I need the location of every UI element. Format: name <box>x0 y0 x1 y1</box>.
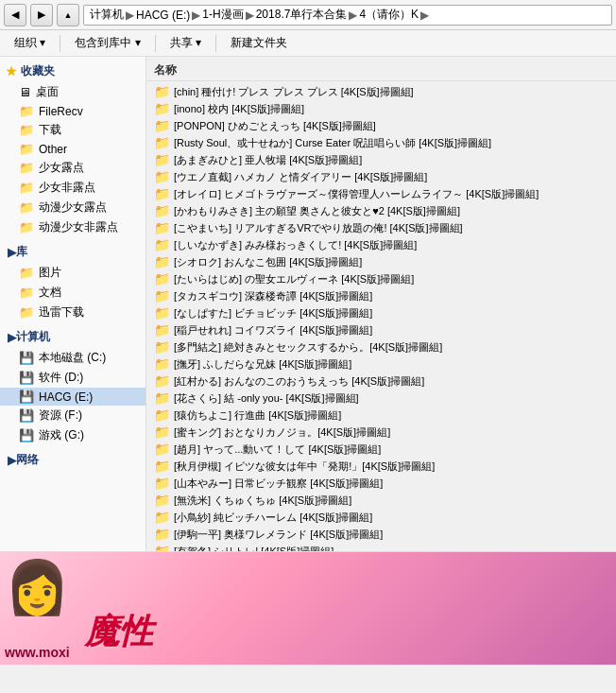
file-item[interactable]: 📁[花さくら] 結 -only you- [4K[S版]掃圖組] <box>146 390 616 407</box>
folder-icon: 📁 <box>154 135 170 150</box>
file-item[interactable]: 📁[趙月] ヤって...動いて！して [4K[S版]掃圖組] <box>146 441 616 458</box>
folder-icon: 📁 <box>154 237 170 252</box>
shaonv-icon: 📁 <box>19 161 34 175</box>
file-item[interactable]: 📁[猿仿ちよこ] 行進曲 [4K[S版]掃圖組] <box>146 407 616 424</box>
sidebar-item-dongman[interactable]: 📁 动漫少女露点 <box>0 198 145 217</box>
sidebar-item-shaonv[interactable]: 📁 少女露点 <box>0 158 145 178</box>
file-item[interactable]: 📁[chin] 種付け! プレス プレス プレス [4K[S版]掃圖組] <box>146 83 616 100</box>
file-item[interactable]: 📁[小鳥紗] 純ビッチハーレム [4K[S版]掃圖組] <box>146 509 616 526</box>
new-folder-button[interactable]: 新建文件夹 <box>222 33 296 54</box>
sidebar-item-download[interactable]: 📁 下载 <box>0 120 145 140</box>
file-item[interactable]: 📁[しいなかずき] みみ様おっきくして! [4K[S版]掃圖組] <box>146 236 616 253</box>
file-name: [タカスギコウ] 深森楼奇譚 [4K[S版]掃圖組] <box>174 289 372 303</box>
sidebar-item-desktop[interactable]: 🖥 桌面 <box>0 82 145 102</box>
file-name: [猿仿ちよこ] 行進曲 [4K[S版]掃圖組] <box>174 408 341 423</box>
file-item[interactable]: 📁[タカスギコウ] 深森楼奇譚 [4K[S版]掃圖組] <box>146 287 616 304</box>
toolbar-divider-2 <box>155 35 156 52</box>
file-name: [Rusty Soul、或十せねか] Curse Eater 呪詛唱らい師 [4… <box>174 136 491 150</box>
file-item[interactable]: 📁[あまぎみひと] 亜人牧場 [4K[S版]掃圖組] <box>146 151 616 168</box>
library-arrow-icon: ▶ <box>8 246 16 259</box>
folder-icon: 📁 <box>154 527 170 542</box>
dongmanfei-icon: 📁 <box>19 220 34 234</box>
share-button[interactable]: 共享 ▾ <box>162 33 210 54</box>
file-item[interactable]: 📁[稲戸せれれ] コイワズライ [4K[S版]掃圖組] <box>146 321 616 338</box>
file-item[interactable]: 📁[たいらはじめ] の聖女エルヴィーネ [4K[S版]掃圖組] <box>146 270 616 287</box>
sidebar-item-picture[interactable]: 📁 图片 <box>0 263 145 283</box>
file-name: [あまぎみひと] 亜人牧場 [4K[S版]掃圖組] <box>174 153 362 167</box>
sidebar-item-game-g[interactable]: 💾 游戏 (G:) <box>0 425 145 445</box>
file-item[interactable]: 📁[有賀冬] シリトレ! [4K[S版]掃圖組] <box>146 543 616 551</box>
file-item[interactable]: 📁[こやまいち] リアルすぎるVRでやり放題の俺! [4K[S版]掃圖組] <box>146 219 616 236</box>
file-item[interactable]: 📁[かわもりみさき] 主の願望 奥さんと彼女と♥2 [4K[S版]掃圖組] <box>146 202 616 219</box>
file-item[interactable]: 📁[PONPON] ひめごとえっち [4K[S版]掃圖組] <box>146 117 616 134</box>
picture-icon: 📁 <box>19 266 34 280</box>
sidebar-item-shaonvfei[interactable]: 📁 少女非露点 <box>0 178 145 198</box>
xunlei-label: 迅雷下载 <box>39 304 84 321</box>
path-manga: 1-H漫画 <box>202 7 243 23</box>
file-item[interactable]: 📁[オレイロ] ヒメゴトラヴァーズ～僕得管理人ハーレムライフ～ [4K[S版]掃… <box>146 185 616 202</box>
file-item[interactable]: 📁[撫牙] ふしだらな兄妹 [4K[S版]掃圖組] <box>146 355 616 372</box>
network-section: ▶ 网络 <box>0 449 145 471</box>
library-section: ▶ 库 📁 图片 📁 文档 📁 迅雷下载 <box>0 241 145 322</box>
file-item[interactable]: 📁[inono] 校内 [4K[S版]掃圖組] <box>146 100 616 117</box>
sidebar-item-other[interactable]: 📁 Other <box>0 140 145 158</box>
game-g-label: 游戏 (G:) <box>39 427 84 443</box>
file-item[interactable]: 📁[山本やみー] 日常ビッチ観察 [4K[S版]掃圖組] <box>146 475 616 492</box>
drive-g-icon: 💾 <box>19 428 34 442</box>
organize-button[interactable]: 组织 ▾ <box>6 33 54 54</box>
sidebar-item-local-c[interactable]: 💾 本地磁盘 (C:) <box>0 348 145 368</box>
file-item[interactable]: 📁[秋月伊槻] イビツな彼女は年中「発期!」[4K[S版]掃圖組] <box>146 458 616 475</box>
file-item[interactable]: 📁[シオロク] おんなこ包囲 [4K[S版]掃圖組] <box>146 253 616 270</box>
sidebar-item-soft-d[interactable]: 💾 软件 (D:) <box>0 368 145 388</box>
file-item[interactable]: 📁[ウエノ直截] ハメカノ と情ダイアリー [4K[S版]掃圖組] <box>146 168 616 185</box>
file-items-container: 📁[chin] 種付け! プレス プレス プレス [4K[S版]掃圖組]📁[in… <box>146 83 616 551</box>
network-header[interactable]: ▶ 网络 <box>0 449 145 471</box>
file-name: [かわもりみさき] 主の願望 奥さんと彼女と♥2 [4K[S版]掃圖組] <box>174 204 460 218</box>
hacg-e-label: HACG (E:) <box>39 390 93 404</box>
file-name: [しいなかずき] みみ様おっきくして! [4K[S版]掃圖組] <box>174 238 417 252</box>
filerecv-icon: 📁 <box>19 104 34 118</box>
favorites-header[interactable]: ★ 收藏夹 <box>0 61 145 82</box>
favorites-label: 收藏夹 <box>21 63 55 79</box>
folder-icon: 📁 <box>154 493 170 508</box>
file-item[interactable]: 📁[蜜キング] おとなりカノジョ。[4K[S版]掃圖組] <box>146 424 616 441</box>
sidebar-item-resource-f[interactable]: 💾 资源 (F:) <box>0 406 145 425</box>
file-item[interactable]: 📁[無洗米] くちゅくちゅ [4K[S版]掃圖組] <box>146 492 616 509</box>
computer-section: ▶ 计算机 💾 本地磁盘 (C:) 💾 软件 (D:) 💾 HACG (E:) … <box>0 326 145 445</box>
network-arrow-icon: ▶ <box>8 454 16 467</box>
address-path[interactable]: 计算机 ▶ HACG (E:) ▶ 1-H漫画 ▶ 2018.7单行本合集 ▶ … <box>83 5 612 26</box>
folder-icon: 📁 <box>154 271 170 286</box>
document-label: 文档 <box>39 285 61 301</box>
desktop-icon: 🖥 <box>19 85 31 99</box>
forward-button[interactable]: ▶ <box>30 4 53 26</box>
sidebar-item-filerecv[interactable]: 📁 FileRecv <box>0 102 145 120</box>
sidebar-item-dongmanfei[interactable]: 📁 动漫少女非露点 <box>0 217 145 237</box>
folder-icon: 📁 <box>154 305 170 321</box>
file-item[interactable]: 📁[Rusty Soul、或十せねか] Curse Eater 呪詛唱らい師 [… <box>146 134 616 151</box>
file-name: [伊駒一平] 奥様ワレメランド [4K[S版]掃圖組] <box>174 528 383 542</box>
computer-label: 计算机 <box>16 329 50 345</box>
include-library-button[interactable]: 包含到库中 ▾ <box>66 33 148 54</box>
sidebar-item-document[interactable]: 📁 文档 <box>0 283 145 303</box>
file-item[interactable]: 📁[伊駒一平] 奥様ワレメランド [4K[S版]掃圖組] <box>146 526 616 543</box>
sidebar-item-xunlei[interactable]: 📁 迅雷下载 <box>0 303 145 322</box>
folder-icon: 📁 <box>154 220 170 235</box>
file-item[interactable]: 📁[多門結之] 絶対きみとセックスするから。[4K[S版]掃圖組] <box>146 338 616 355</box>
local-c-label: 本地磁盘 (C:) <box>39 350 106 366</box>
back-button[interactable]: ◀ <box>4 4 26 26</box>
library-header[interactable]: ▶ 库 <box>0 241 145 263</box>
up-button[interactable]: ▲ <box>57 4 79 26</box>
drive-f-icon: 💾 <box>19 408 34 423</box>
other-icon: 📁 <box>19 142 34 156</box>
file-name: [inono] 校内 [4K[S版]掃圖組] <box>174 102 304 116</box>
other-label: Other <box>39 143 67 156</box>
file-name: [有賀冬] シリトレ! [4K[S版]掃圖組] <box>174 545 334 552</box>
bottom-url: www.moxi <box>5 645 70 660</box>
sidebar-item-hacg-e[interactable]: 💾 HACG (E:) <box>0 388 145 406</box>
computer-header[interactable]: ▶ 计算机 <box>0 326 145 348</box>
file-item[interactable]: 📁[なしぱすた] ビチョビッチ [4K[S版]掃圖組] <box>146 304 616 321</box>
path-current: 4（请你）K <box>359 7 419 23</box>
drive-c-icon: 💾 <box>19 351 34 365</box>
file-item[interactable]: 📁[紅村かる] おんなのこのおうちえっち [4K[S版]掃圖組] <box>146 372 616 390</box>
main-area: ★ 收藏夹 🖥 桌面 📁 FileRecv 📁 下载 📁 Other <box>0 57 616 665</box>
